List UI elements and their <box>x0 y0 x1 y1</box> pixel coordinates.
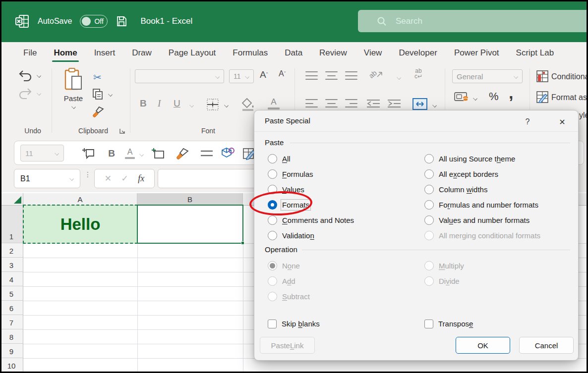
tab-insert[interactable]: Insert <box>86 42 124 63</box>
select-all-button[interactable] <box>0 193 23 206</box>
conditional-formatting-label[interactable]: Conditional Formatting <box>551 72 588 81</box>
dialog-help-button[interactable]: ? <box>520 115 535 128</box>
underline-button[interactable]: U <box>174 98 180 109</box>
paste-button[interactable]: Paste <box>58 67 89 125</box>
bold-button[interactable]: B <box>140 98 147 109</box>
qat-font-size-combo[interactable]: 11 <box>20 145 64 161</box>
radio-comments-and-notes[interactable]: Comments and Notes <box>268 213 354 228</box>
accounting-chevron[interactable] <box>473 96 477 101</box>
row-header-1[interactable]: 1 <box>0 206 23 243</box>
tab-view[interactable]: View <box>355 42 391 63</box>
redo-button[interactable] <box>18 87 33 100</box>
qat-font-color-icon[interactable]: A <box>121 141 138 165</box>
radio-control[interactable] <box>424 215 434 225</box>
undo-button[interactable] <box>18 69 33 82</box>
new-comment-icon[interactable] <box>78 141 100 165</box>
copy-icon[interactable] <box>92 88 103 100</box>
comma-style-button[interactable]: , <box>509 83 513 103</box>
selection-b1[interactable] <box>137 205 243 244</box>
row-header-9[interactable]: 9 <box>0 344 23 358</box>
row-header-2[interactable]: 2 <box>0 243 23 258</box>
italic-button[interactable]: I <box>158 98 161 109</box>
radio-control[interactable] <box>268 185 277 194</box>
radio-control[interactable] <box>424 200 434 210</box>
percent-style-button[interactable]: % <box>489 90 499 103</box>
radio-all[interactable]: All <box>268 151 354 166</box>
checkbox-control[interactable] <box>424 320 433 328</box>
cell-styles-label-fragment[interactable]: yle <box>579 111 588 120</box>
tab-home[interactable]: Home <box>45 42 85 63</box>
cancel-button[interactable]: Cancel <box>519 337 574 354</box>
merge-center-button[interactable] <box>412 98 427 110</box>
row-header-4[interactable]: 4 <box>0 272 23 286</box>
qat-bold-icon[interactable]: B <box>102 141 121 165</box>
radio-all-using-source-theme[interactable]: All using Source theme <box>424 151 540 166</box>
radio-formulas[interactable]: Formulas <box>268 166 354 182</box>
ok-button[interactable]: OK <box>456 337 510 354</box>
tab-data[interactable]: Data <box>276 42 311 63</box>
checkbox-control[interactable] <box>268 320 277 328</box>
save-icon[interactable] <box>116 15 127 27</box>
row-header-8[interactable]: 8 <box>0 329 23 344</box>
align-middle-button[interactable] <box>325 71 338 80</box>
format-as-table-label[interactable]: Format as Table <box>551 93 588 102</box>
radio-formulas-and-number-formats[interactable]: Formulas and number formats <box>424 197 540 213</box>
radio-control[interactable] <box>424 169 434 179</box>
checkbox-skip-blanks[interactable]: Skip blanks <box>268 316 320 331</box>
cut-icon[interactable]: ✂ <box>93 71 102 83</box>
align-right-button[interactable] <box>345 99 357 107</box>
search-input[interactable]: Search <box>358 10 588 32</box>
cancel-entry-icon[interactable]: ✕ <box>105 173 112 184</box>
name-box[interactable]: B1 <box>14 169 80 188</box>
tab-formulas[interactable]: Formulas <box>224 42 276 63</box>
radio-control[interactable] <box>268 215 277 225</box>
font-size-combo[interactable]: 11 <box>229 69 254 83</box>
font-name-combo[interactable] <box>135 69 224 83</box>
tab-power-pivot[interactable]: Power Pivot <box>446 42 508 63</box>
radio-control[interactable] <box>424 154 434 163</box>
undo-dropdown-chevron[interactable] <box>37 73 41 78</box>
dialog-close-icon[interactable]: ✕ <box>554 115 571 129</box>
radio-values[interactable]: Values <box>268 182 354 197</box>
row-header-7[interactable]: 7 <box>0 315 23 329</box>
formula-bar-grip[interactable]: ⋮ <box>84 173 91 176</box>
orientation-chevron[interactable] <box>397 75 401 80</box>
align-center-button[interactable] <box>325 99 338 107</box>
decrease-indent-button[interactable] <box>367 99 380 108</box>
radio-formats[interactable]: Formats <box>268 197 354 213</box>
orientation-button[interactable]: ab <box>369 70 383 78</box>
underline-chevron[interactable] <box>189 103 194 107</box>
confirm-entry-icon[interactable]: ✓ <box>121 173 128 184</box>
fill-handle[interactable] <box>241 241 244 245</box>
radio-values-and-number-formats[interactable]: Values and number formats <box>424 213 540 228</box>
column-header-a[interactable]: A <box>23 193 137 206</box>
radio-all-except-borders[interactable]: All except borders <box>424 166 540 182</box>
borders-button[interactable] <box>206 98 219 111</box>
radio-control[interactable] <box>268 154 277 163</box>
wrap-text-button[interactable]: ab c↵ <box>414 68 422 79</box>
tab-script-lab[interactable]: Script Lab <box>508 42 563 63</box>
font-color-button[interactable]: A <box>268 97 280 109</box>
align-left-button[interactable] <box>305 99 318 107</box>
fill-color-button[interactable] <box>241 97 255 111</box>
radio-control[interactable] <box>268 169 277 179</box>
tab-developer[interactable]: Developer <box>390 42 446 63</box>
clipboard-dialog-launcher-icon[interactable] <box>119 128 125 134</box>
qat-format-painter-icon[interactable] <box>172 141 194 165</box>
tab-draw[interactable]: Draw <box>123 42 160 63</box>
paste-link-button[interactable]: Paste Link <box>260 337 315 354</box>
format-as-table-icon[interactable] <box>536 91 548 103</box>
format-painter-icon[interactable] <box>92 105 105 118</box>
align-bottom-button[interactable] <box>345 71 357 80</box>
qat-borders-icon[interactable] <box>197 141 217 165</box>
number-format-combo[interactable]: General <box>452 69 523 83</box>
radio-control[interactable] <box>268 231 277 240</box>
radio-control[interactable] <box>424 185 434 194</box>
qat-font-color-chevron[interactable] <box>139 152 144 157</box>
autosave-toggle[interactable]: Off <box>80 15 108 28</box>
row-header-10[interactable]: 10 <box>0 358 23 373</box>
merge-center-chevron[interactable] <box>432 103 437 107</box>
align-top-button[interactable] <box>305 71 318 80</box>
tab-file[interactable]: File <box>15 42 45 63</box>
column-header-b[interactable]: B <box>137 193 243 206</box>
